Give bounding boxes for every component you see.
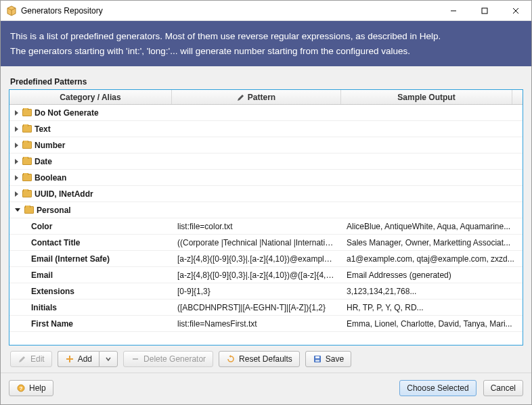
col-header-category[interactable]: Category / Alias [9,90,172,104]
category-label: Date [35,157,52,166]
alias-label: Contact Title [31,238,80,247]
expand-icon[interactable] [15,110,18,116]
folder-icon [22,125,32,133]
reset-button[interactable]: Reset Defaults [219,351,300,367]
sample-cell: Emma, Lionel, Charlotte, David, Tanya, M… [341,319,523,329]
choose-selected-button[interactable]: Choose Selected [399,380,476,396]
help-icon: ? [16,383,26,393]
category-label: UUID, INetAddr [35,189,93,199]
col-header-pattern[interactable]: Pattern [172,90,341,104]
table-body[interactable]: Do Not Generate Text Number Date Boolean… [9,105,523,345]
svg-rect-11 [315,356,319,358]
maximize-button[interactable] [469,1,500,21]
add-button[interactable]: Add [58,351,99,367]
folder-icon [22,141,32,149]
spacer [60,380,393,396]
pattern-cell: [0-9]{1,3} [172,287,341,296]
table-row[interactable]: Contact Title((Corporate |Technical |Nat… [9,235,523,251]
add-dropdown-button[interactable] [99,351,118,367]
banner-line1: This is a list of predefined generators.… [10,29,522,44]
info-banner: This is a list of predefined generators.… [1,21,531,66]
expand-icon[interactable] [15,175,18,181]
edit-button[interactable]: Edit [10,351,52,367]
save-button[interactable]: Save [305,351,351,367]
save-label: Save [326,354,344,364]
help-label: Help [29,383,46,393]
add-button-group: Add [58,351,118,367]
category-label: Do Not Generate [35,108,99,118]
svg-rect-12 [315,360,319,362]
refresh-icon [226,354,236,364]
sample-cell: AliceBlue, AntiqueWhite, Aqua, Aquamarin… [341,222,523,231]
category-row[interactable]: Personal [9,202,523,218]
table-row[interactable]: Extensions[0-9]{1,3}3,123,134,21,768... [9,283,523,300]
category-row[interactable]: UUID, INetAddr [9,186,523,202]
toolbar: Edit Add Delete Generator Reset Defaults… [9,346,523,373]
col-header-sample[interactable]: Sample Output [341,90,512,104]
folder-icon [22,158,32,165]
delete-label: Delete Generator [143,354,206,364]
plus-icon [65,354,74,364]
folder-icon [22,174,32,181]
scroll-gutter [512,90,523,104]
app-icon [6,5,17,16]
pattern-cell: ([ABCDHNPRST]|[A-EGHN-T]|[A-Z]){1,2} [172,303,341,312]
sample-cell: HR, TP, P, Y, Q, RD... [341,303,523,312]
alias-label: Extensions [31,287,74,296]
patterns-table: Category / Alias Pattern Sample Output D… [9,89,523,346]
save-icon [313,354,322,364]
category-row[interactable]: Do Not Generate [9,105,523,121]
expand-icon[interactable] [15,126,18,132]
category-label: Number [35,141,65,150]
alias-label: First Name [31,319,73,329]
choose-label: Choose Selected [407,383,468,393]
add-label: Add [78,354,92,364]
table-header: Category / Alias Pattern Sample Output [9,90,523,105]
cancel-label: Cancel [491,383,516,393]
delete-button[interactable]: Delete Generator [123,351,213,367]
table-row[interactable]: Colorlist:file=color.txtAliceBlue, Antiq… [9,218,523,235]
table-row[interactable]: First Namelist:file=NamesFirst.txtEmma, … [9,316,523,332]
titlebar: Generators Repository [1,1,531,21]
category-label: Personal [37,206,71,215]
expand-icon[interactable] [15,143,18,148]
cancel-button[interactable]: Cancel [483,380,523,396]
section-label: Predefined Patterns [10,77,523,87]
pattern-cell: [a-z]{4,8}([0-9]{0,3}|.[a-z]{4,10})@exam… [172,254,341,264]
table-row[interactable]: Email (Internet Safe)[a-z]{4,8}([0-9]{0,… [9,251,523,267]
folder-icon [24,206,34,214]
folder-icon [22,109,32,116]
category-label: Boolean [35,173,66,183]
table-row[interactable]: Initials([ABCDHNPRST]|[A-EGHN-T]|[A-Z]){… [9,300,523,316]
edit-icon [237,93,245,101]
pattern-cell: [a-z]{4,8}([0-9]{0,3}|.[a-z]{4,10})@([a-… [172,270,341,280]
folder-icon [22,190,32,197]
pattern-cell: ((Corporate |Technical |National |Intern… [172,238,341,247]
svg-text:?: ? [20,385,23,391]
sample-cell: a1@example.com, qtaj@example.com, zxzd..… [341,254,523,264]
category-row[interactable]: Boolean [9,170,523,186]
category-row[interactable]: Text [9,121,523,137]
help-button[interactable]: ? Help [9,380,53,396]
table-row[interactable]: Email[a-z]{4,8}([0-9]{0,3}|.[a-z]{4,10})… [9,267,523,283]
alias-label: Color [31,222,52,231]
window-title: Generators Repository [21,6,438,16]
banner-line2: The generators starting with 'int:', 'lo… [10,44,522,59]
collapse-icon[interactable] [15,208,20,212]
sample-cell: Sales Manager, Owner, Marketting Associa… [341,238,523,247]
category-row[interactable]: Date [9,153,523,170]
minus-icon [131,354,140,364]
close-button[interactable] [500,1,531,21]
col-header-pattern-label: Pattern [248,93,275,102]
svg-rect-3 [482,8,487,14]
sample-cell: 3,123,134,21,768... [341,287,523,296]
minimize-button[interactable] [438,1,469,21]
chevron-down-icon [104,354,113,364]
category-label: Text [35,124,51,134]
category-row[interactable]: Number [9,137,523,153]
alias-label: Initials [31,303,57,312]
edit-label: Edit [30,354,45,364]
expand-icon[interactable] [15,159,18,164]
expand-icon[interactable] [15,191,18,197]
reset-label: Reset Defaults [239,354,292,364]
